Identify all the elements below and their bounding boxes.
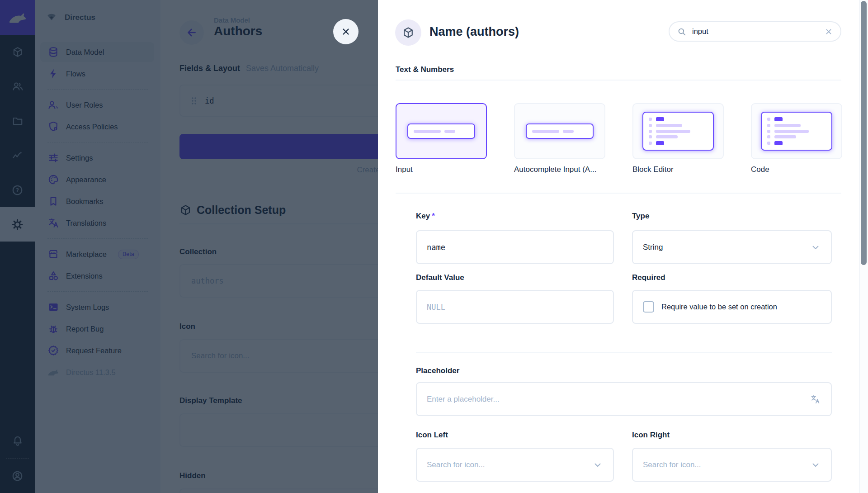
interface-label: Autocomplete Input (A... — [514, 165, 605, 174]
interface-card-input[interactable]: Input — [396, 103, 487, 174]
interface-label: Block Editor — [632, 165, 724, 174]
box-icon — [402, 26, 415, 39]
default-value-label: Default Value — [416, 273, 464, 282]
drawer-header-icon — [395, 19, 421, 46]
interface-card-autocomplete[interactable]: Autocomplete Input (A... — [514, 103, 605, 174]
field-config-drawer: Name (authors) Text & Numbers Input — [378, 0, 868, 493]
editor-preview — [632, 103, 724, 159]
required-checkbox[interactable] — [643, 301, 654, 313]
interface-label: Input — [396, 165, 487, 174]
placeholder-input[interactable]: Enter a placeholder... — [416, 382, 832, 416]
required-field-box: Require value to be set on creation — [632, 290, 832, 324]
default-value-input[interactable]: NULL — [416, 290, 614, 324]
icon-right-label: Icon Right — [632, 431, 670, 440]
drawer-scrollbar[interactable] — [859, 0, 868, 493]
icon-left-placeholder: Search for icon... — [427, 460, 485, 469]
translate-icon — [810, 394, 821, 405]
input-preview — [396, 103, 487, 159]
type-select[interactable]: String — [632, 230, 832, 264]
chevron-down-icon — [810, 242, 821, 253]
interface-group-title: Text & Numbers — [396, 65, 454, 74]
close-icon — [340, 26, 351, 37]
required-label: Required — [632, 273, 665, 282]
scrollbar-thumb[interactable] — [861, 1, 867, 265]
directus-app: ? Directus — [0, 0, 868, 493]
clear-search-button[interactable] — [824, 27, 833, 36]
default-value-placeholder: NULL — [427, 303, 445, 312]
form-divider — [416, 352, 832, 353]
search-input[interactable] — [692, 27, 819, 36]
interface-cards: Input Autocomplete Input (A... — [396, 103, 842, 174]
editor-preview — [751, 103, 842, 159]
section-divider — [396, 193, 841, 194]
section-divider — [396, 80, 841, 81]
chevron-down-icon — [810, 460, 821, 470]
drawer-close-button[interactable] — [333, 19, 359, 44]
key-label: Key* — [416, 212, 435, 221]
key-input[interactable]: name — [416, 230, 614, 264]
type-label: Type — [632, 212, 649, 221]
required-checkbox-label: Require value to be set on creation — [661, 303, 777, 311]
search-icon — [677, 27, 687, 37]
chevron-down-icon — [592, 460, 603, 470]
interface-card-code[interactable]: Code — [751, 103, 842, 174]
placeholder-input-placeholder: Enter a placeholder... — [427, 395, 500, 404]
interface-label: Code — [751, 165, 842, 174]
icon-right-placeholder: Search for icon... — [643, 460, 701, 469]
interface-card-block-editor[interactable]: Block Editor — [632, 103, 724, 174]
input-preview — [514, 103, 605, 159]
icon-right-select[interactable]: Search for icon... — [632, 448, 832, 482]
placeholder-label: Placeholder — [416, 366, 459, 375]
key-value: name — [427, 243, 445, 252]
interface-search[interactable] — [669, 21, 841, 42]
type-value: String — [643, 243, 663, 252]
required-asterisk: * — [432, 212, 435, 220]
icon-left-label: Icon Left — [416, 431, 448, 440]
icon-left-select[interactable]: Search for icon... — [416, 448, 614, 482]
drawer-title: Name (authors) — [429, 25, 519, 39]
